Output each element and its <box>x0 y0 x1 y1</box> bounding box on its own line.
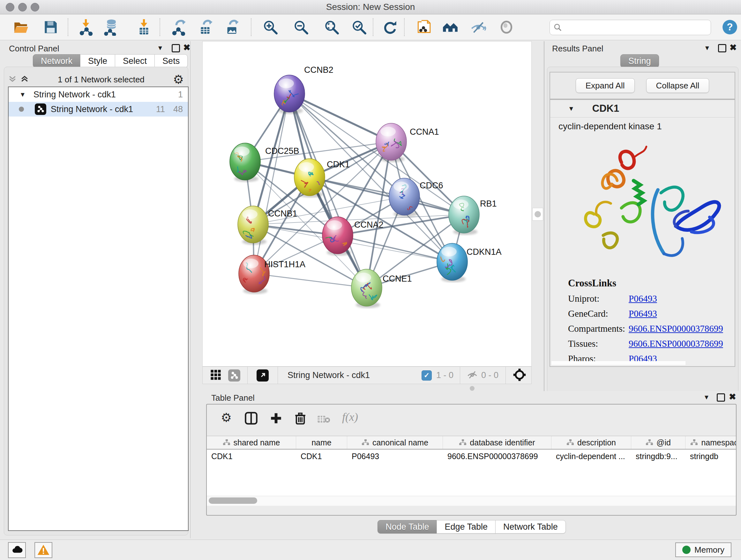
gear-icon[interactable]: ⚙ <box>173 73 184 85</box>
add-icon[interactable] <box>269 412 283 426</box>
close-panel-icon[interactable]: ✖ <box>183 43 191 53</box>
node-label: CDK1 <box>327 160 350 169</box>
open-folder-icon[interactable] <box>13 18 30 36</box>
column-header-canonical-name[interactable]: canonical name <box>347 436 443 449</box>
collection-expander-icon[interactable]: ▼ <box>19 91 26 98</box>
float-panel-icon[interactable] <box>718 44 726 52</box>
close-window-button[interactable] <box>6 3 14 11</box>
tab-edge-table[interactable]: Edge Table <box>436 520 495 534</box>
close-panel-icon[interactable]: ✖ <box>729 392 736 402</box>
network-collection-row[interactable]: ▼ String Network - cdk1 1 <box>9 87 188 102</box>
panel-menu-icon[interactable]: ▼ <box>157 44 163 52</box>
tab-network-table[interactable]: Network Table <box>495 520 566 534</box>
splitter-handle[interactable] <box>532 208 543 221</box>
import-network-icon[interactable] <box>77 18 94 36</box>
network-node-rb1[interactable] <box>449 196 479 235</box>
panel-menu-icon[interactable]: ▼ <box>704 44 711 52</box>
crosshair-icon[interactable] <box>513 368 526 383</box>
collection-label: String Network - cdk1 <box>33 90 116 100</box>
network-node-ccne1[interactable] <box>351 269 382 308</box>
zoom-fit-icon[interactable] <box>323 18 340 36</box>
search-input[interactable] <box>562 23 701 33</box>
table-cell[interactable]: CDK1 <box>296 449 347 463</box>
grid-icon[interactable] <box>210 369 221 381</box>
table-cell[interactable]: cyclin-dependent ... <box>551 449 631 463</box>
column-header-shared-name[interactable]: shared name <box>207 436 296 449</box>
crosslink-link[interactable]: 9606.ENSP00000378699 <box>629 338 723 349</box>
tab-style[interactable]: Style <box>80 54 115 68</box>
zoom-in-icon[interactable] <box>262 18 279 36</box>
hidden-eye-icon[interactable] <box>467 369 478 382</box>
export-image-icon[interactable] <box>223 18 241 36</box>
export-table-icon[interactable] <box>197 18 214 36</box>
tab-select[interactable]: Select <box>115 54 155 68</box>
results-scrollbar-stub[interactable] <box>551 361 685 365</box>
table-row[interactable]: CDK1CDK1P064939606.ENSP00000378699cyclin… <box>207 449 736 463</box>
expand-all-button[interactable]: Expand All <box>576 78 635 93</box>
trash-icon[interactable] <box>293 412 307 426</box>
zoom-out-icon[interactable] <box>292 18 310 36</box>
columns-icon[interactable] <box>245 412 258 426</box>
homes-icon[interactable] <box>442 18 459 36</box>
tab-node-table[interactable]: Node Table <box>378 520 437 534</box>
checkbox-icon[interactable]: ✓ <box>421 370 432 381</box>
table-horizontal-scrollbar[interactable] <box>207 496 736 506</box>
warning-button[interactable] <box>35 542 52 558</box>
expand-all-icon[interactable] <box>20 74 29 85</box>
column-header--id[interactable]: @id <box>631 436 685 449</box>
network-row[interactable]: String Network - cdk1 11 48 <box>9 102 188 117</box>
table-cell[interactable]: 9606.ENSP00000378699 <box>443 449 551 463</box>
save-icon[interactable] <box>42 18 59 36</box>
minimize-window-button[interactable] <box>18 3 27 11</box>
column-header-description[interactable]: description <box>551 436 631 449</box>
network-node-ccnb2[interactable] <box>274 75 305 114</box>
panel-menu-icon[interactable]: ▼ <box>703 394 710 401</box>
close-panel-icon[interactable]: ✖ <box>730 43 737 53</box>
crosslink-link[interactable]: P06493 <box>629 308 657 319</box>
node-label: CCNA2 <box>354 220 384 230</box>
collapse-all-icon[interactable] <box>8 74 17 85</box>
refresh-icon[interactable] <box>381 18 398 36</box>
table-cell[interactable]: stringdb <box>685 449 736 463</box>
external-link-icon[interactable] <box>257 369 269 381</box>
share-document-icon[interactable] <box>415 18 432 36</box>
zoom-selected-icon[interactable] <box>350 18 367 36</box>
tab-string[interactable]: String <box>620 54 659 68</box>
collapse-all-button[interactable]: Collapse All <box>646 78 710 93</box>
panel-splitter-vertical[interactable] <box>532 41 544 367</box>
import-table-icon[interactable] <box>135 18 152 36</box>
network-node-cdk1[interactable] <box>294 159 325 198</box>
search-field[interactable] <box>549 20 711 35</box>
crosslink-link[interactable]: P06493 <box>629 294 657 304</box>
help-icon[interactable]: ? <box>721 18 738 36</box>
import-database-icon[interactable] <box>102 18 119 36</box>
network-node-ccnb1[interactable] <box>238 206 268 245</box>
network-node-cdkn1a[interactable] <box>437 243 468 282</box>
network-node-cdc25b[interactable] <box>230 143 260 182</box>
column-header-database-identifier[interactable]: database identifier <box>443 436 551 449</box>
results-panel-tabs: String <box>620 54 659 68</box>
column-header-namespace[interactable]: namespace <box>685 436 736 449</box>
crosslink-link[interactable]: 9606.ENSP00000378699 <box>629 323 723 334</box>
column-header-name[interactable]: name <box>296 436 347 449</box>
scrollbar-thumb[interactable] <box>209 497 257 504</box>
collapse-card-icon[interactable]: ▼ <box>568 105 575 112</box>
table-cell[interactable]: CDK1 <box>207 449 296 463</box>
network-canvas[interactable]: CCNB2CCNA1CDC25BCDK1CDC6RB1CCNB1CCNA2CDK… <box>202 41 532 367</box>
status-bar: Memory <box>0 540 741 560</box>
float-panel-icon[interactable] <box>717 393 725 401</box>
zoom-window-button[interactable] <box>30 3 39 11</box>
table-cell[interactable]: P06493 <box>347 449 443 463</box>
tab-network[interactable]: Network <box>33 54 80 68</box>
table-cell[interactable]: stringdb:9... <box>631 449 685 463</box>
hide-eye-icon[interactable] <box>470 18 487 36</box>
share-icon[interactable] <box>228 369 240 381</box>
inspect-eye-icon[interactable] <box>498 18 515 36</box>
tab-sets[interactable]: Sets <box>154 54 188 68</box>
cloud-button[interactable] <box>8 542 26 558</box>
memory-button[interactable]: Memory <box>675 543 731 557</box>
protein-card-header[interactable]: ▼ CDK1 <box>550 100 735 118</box>
gear-icon[interactable]: ⚙ <box>221 412 232 424</box>
export-network-icon[interactable] <box>171 18 188 36</box>
float-panel-icon[interactable] <box>172 44 180 52</box>
